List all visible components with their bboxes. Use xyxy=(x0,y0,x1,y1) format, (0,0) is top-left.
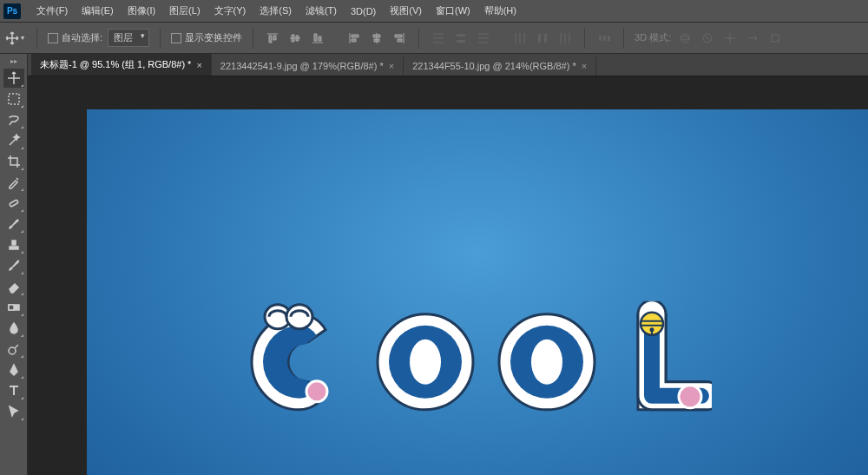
workspace: 未标题-1 @ 95.1% (组 1, RGB/8#) * × 22134425… xyxy=(28,54,868,475)
show-transform-checkbox[interactable]: 显示变换控件 xyxy=(171,31,242,44)
divider xyxy=(584,28,585,49)
tab-label: 2213442541-9.jpg @ 179%(RGB/8#) * xyxy=(220,61,384,71)
letter-o-1 xyxy=(378,314,473,410)
distribute-left-icon[interactable] xyxy=(511,30,529,47)
left-toolbar: ▸▸ xyxy=(0,54,28,475)
menu-help[interactable]: 帮助(H) xyxy=(477,1,523,21)
stamp-tool[interactable] xyxy=(3,235,24,254)
tab-doc-3[interactable]: 221344F55-10.jpg @ 214%(RGB/8#) * × xyxy=(404,56,596,76)
svg-point-30 xyxy=(679,386,701,408)
history-brush-tool[interactable] xyxy=(3,256,24,275)
svg-rect-4 xyxy=(599,36,602,41)
artwork-cool-text xyxy=(243,301,712,425)
canvas-area[interactable] xyxy=(28,76,868,475)
align-left-icon[interactable] xyxy=(345,30,363,47)
crop-tool[interactable] xyxy=(3,152,24,171)
svg-rect-3 xyxy=(544,34,547,43)
distribute-right-icon[interactable] xyxy=(556,30,574,47)
dodge-tool[interactable] xyxy=(3,340,24,359)
type-tool[interactable] xyxy=(3,381,24,400)
menu-select[interactable]: 选择(S) xyxy=(253,1,299,21)
distribute-top-icon[interactable] xyxy=(430,30,447,47)
distribute-spacing-icon[interactable] xyxy=(595,30,613,47)
distribute-vcenter-icon[interactable] xyxy=(452,30,470,47)
svg-point-7 xyxy=(681,34,689,43)
tab-doc-2[interactable]: 2213442541-9.jpg @ 179%(RGB/8#) * × xyxy=(212,56,404,76)
mode-3d-label: 3D 模式: xyxy=(635,31,671,44)
toolbar-expand-icon[interactable]: ▸▸ xyxy=(10,57,17,65)
svg-rect-1 xyxy=(457,40,465,43)
svg-rect-10 xyxy=(772,35,779,42)
align-hcenter-icon[interactable] xyxy=(368,30,385,47)
close-icon[interactable]: × xyxy=(196,60,201,70)
3d-slide-icon[interactable] xyxy=(744,30,761,47)
marquee-tool[interactable] xyxy=(3,89,24,109)
blur-tool[interactable] xyxy=(3,319,24,338)
svg-point-8 xyxy=(681,36,689,40)
svg-point-21 xyxy=(410,340,441,385)
svg-point-24 xyxy=(531,340,562,385)
divider xyxy=(623,28,624,49)
svg-rect-5 xyxy=(603,36,606,41)
divider xyxy=(160,28,161,49)
svg-rect-0 xyxy=(457,34,465,36)
3d-roll-icon[interactable] xyxy=(699,30,716,47)
svg-rect-14 xyxy=(9,305,14,310)
auto-select-dropdown[interactable]: 图层 xyxy=(108,29,149,47)
3d-scale-icon[interactable] xyxy=(766,30,784,47)
align-bottom-icon[interactable] xyxy=(309,30,326,47)
gradient-tool[interactable] xyxy=(3,298,24,317)
eraser-tool[interactable] xyxy=(3,277,24,296)
close-icon[interactable]: × xyxy=(582,61,587,71)
letter-l xyxy=(638,301,712,410)
divider xyxy=(418,28,419,49)
menu-layer[interactable]: 图层(L) xyxy=(162,1,207,21)
tab-doc-1[interactable]: 未标题-1 @ 95.1% (组 1, RGB/8#) * × xyxy=(31,54,212,76)
menu-3d[interactable]: 3D(D) xyxy=(344,3,383,20)
options-bar: ▾ 自动选择: 图层 显示变换控件 3D 模式: xyxy=(0,23,868,54)
letter-o-2 xyxy=(499,314,595,410)
brush-tool[interactable] xyxy=(3,214,24,234)
move-tool[interactable] xyxy=(3,69,24,88)
menu-bar: Ps 文件(F) 编辑(E) 图像(I) 图层(L) 文字(Y) 选择(S) 滤… xyxy=(0,0,868,23)
tab-label: 未标题-1 @ 95.1% (组 1, RGB/8#) * xyxy=(40,58,191,71)
move-tool-icon[interactable]: ▾ xyxy=(5,29,24,48)
svg-rect-11 xyxy=(9,94,19,104)
menu-type[interactable]: 文字(Y) xyxy=(207,1,253,21)
svg-rect-2 xyxy=(538,34,541,43)
auto-select-label: 自动选择: xyxy=(62,32,102,43)
align-top-icon[interactable] xyxy=(264,30,281,47)
menu-edit[interactable]: 编辑(E) xyxy=(75,1,121,21)
magic-wand-tool[interactable] xyxy=(3,131,24,150)
menu-file[interactable]: 文件(F) xyxy=(30,1,75,21)
close-icon[interactable]: × xyxy=(389,61,394,71)
eyedropper-tool[interactable] xyxy=(3,173,24,192)
svg-rect-6 xyxy=(608,36,610,41)
path-select-tool[interactable] xyxy=(3,402,24,421)
menu-image[interactable]: 图像(I) xyxy=(121,1,162,21)
divider xyxy=(253,28,253,49)
menu-filter[interactable]: 滤镜(T) xyxy=(299,1,344,21)
lasso-tool[interactable] xyxy=(3,110,24,129)
pen-tool[interactable] xyxy=(3,360,24,379)
svg-rect-12 xyxy=(9,200,18,207)
menu-window[interactable]: 窗口(W) xyxy=(429,1,477,21)
auto-select-checkbox[interactable]: 自动选择: xyxy=(48,31,102,44)
document-tabs: 未标题-1 @ 95.1% (组 1, RGB/8#) * × 22134425… xyxy=(28,54,868,76)
app-logo: Ps xyxy=(3,3,21,19)
chevron-down-icon: ▾ xyxy=(21,34,24,42)
distribute-hcenter-icon[interactable] xyxy=(534,30,551,47)
distribute-bottom-icon[interactable] xyxy=(475,30,492,47)
menu-view[interactable]: 视图(V) xyxy=(383,1,429,21)
3d-orbit-icon[interactable] xyxy=(676,30,694,47)
3d-pan-icon[interactable] xyxy=(721,30,739,47)
letter-c xyxy=(252,305,327,410)
divider xyxy=(36,28,37,49)
canvas[interactable] xyxy=(87,109,868,475)
healing-tool[interactable] xyxy=(3,194,24,213)
align-vcenter-icon[interactable] xyxy=(286,30,304,47)
align-right-icon[interactable] xyxy=(391,30,408,47)
svg-point-15 xyxy=(9,347,16,354)
show-transform-label: 显示变换控件 xyxy=(185,32,242,43)
tab-label: 221344F55-10.jpg @ 214%(RGB/8#) * xyxy=(412,61,576,71)
